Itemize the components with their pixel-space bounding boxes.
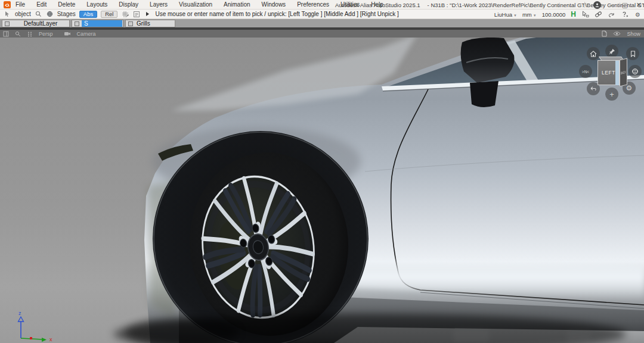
layer-label: DefaultLayer xyxy=(12,20,69,27)
menu-edit[interactable]: Edit xyxy=(36,1,47,8)
account-avatar[interactable] xyxy=(593,1,601,9)
minimize-button[interactable]: – xyxy=(609,1,613,8)
viewcube-cluster: >N< + ⚙ BACK LEFT xyxy=(577,43,644,104)
view-name-label[interactable]: Persp xyxy=(39,31,53,37)
viewcube-edge-highlight xyxy=(615,61,619,85)
title-bar: File Edit Delete Layouts Display Layers … xyxy=(0,0,644,10)
rel-toggle[interactable]: Rel xyxy=(101,11,117,18)
layer-checkbox[interactable] xyxy=(75,21,79,26)
prompt-text: Use mouse or enter name of item to pick … xyxy=(155,11,398,17)
layer-label-selected: S xyxy=(82,20,122,27)
abs-toggle[interactable]: Abs xyxy=(79,11,97,18)
ortho-globe-icon[interactable] xyxy=(628,65,642,78)
alias-logo-icon[interactable] xyxy=(4,1,11,8)
construction-grid-icon[interactable] xyxy=(121,10,129,18)
layer-checkbox[interactable] xyxy=(5,21,10,26)
viewport-header-right: Show xyxy=(602,30,640,38)
menu-windows[interactable]: Windows xyxy=(262,1,286,8)
mirror-stalk xyxy=(470,81,499,107)
chevron-down-icon: ▼ xyxy=(533,14,537,17)
layer-label: Grills xyxy=(135,20,150,27)
show-menu-button[interactable]: Show xyxy=(627,31,640,37)
menu-preferences[interactable]: Preferences xyxy=(297,1,329,8)
gear-icon[interactable]: ⚙ xyxy=(634,11,642,18)
pin-view-icon[interactable] xyxy=(605,45,618,58)
axis-z-label: z xyxy=(18,310,21,316)
layer-tab-s[interactable]: S xyxy=(72,20,123,27)
window-controls: – ▢ ✕ xyxy=(584,0,642,10)
stages-label[interactable]: Stages xyxy=(57,11,76,17)
close-button[interactable]: ✕ xyxy=(636,1,642,9)
viewport-header: Persp Camera Show xyxy=(0,30,644,38)
history-indicator[interactable]: H xyxy=(571,10,576,18)
layer-tab-grills[interactable]: Grills xyxy=(125,20,175,27)
menu-file[interactable]: File xyxy=(16,1,25,8)
front-wheel xyxy=(153,131,369,343)
viewport-zoom-icon[interactable] xyxy=(15,31,21,37)
menu-visualization[interactable]: Visualization xyxy=(179,1,212,8)
units-dropdown[interactable]: mm▼ xyxy=(522,11,537,18)
menu-layouts[interactable]: Layouts xyxy=(86,1,107,8)
zoom-plus-icon[interactable]: + xyxy=(605,88,618,101)
pick-mode-label[interactable]: object xyxy=(15,11,31,17)
query-arrow-icon[interactable] xyxy=(621,11,628,18)
camera-label[interactable]: Camera xyxy=(77,31,96,37)
cursor-pick-icon[interactable] xyxy=(581,11,589,18)
menu-delete[interactable]: Delete xyxy=(58,1,75,8)
stages-globe-icon[interactable] xyxy=(46,10,54,18)
home-view-icon[interactable] xyxy=(587,47,600,60)
search-icon[interactable] xyxy=(35,10,42,18)
eye-icon[interactable] xyxy=(613,31,621,36)
bookmark-icon[interactable] xyxy=(626,47,639,60)
menu-display[interactable]: Display xyxy=(119,1,138,8)
prompt-toolbar: object Stages Abs Rel Use mouse or enter… xyxy=(0,10,644,19)
user-dropdown[interactable]: LiuHua▼ xyxy=(494,11,517,18)
promptline-list-icon[interactable] xyxy=(132,10,140,18)
menu-layers[interactable]: Layers xyxy=(150,1,168,8)
app-title: Autodesk Alias AutoStudio 2025.1 xyxy=(335,2,420,8)
viewport-pane-icon[interactable] xyxy=(3,31,9,37)
prompt-expand-icon[interactable] xyxy=(144,10,151,18)
layer-tab-defaultlayer[interactable]: DefaultLayer xyxy=(2,20,70,27)
viewport-canvas[interactable]: z x xyxy=(0,38,644,343)
unlink-arrows-icon[interactable] xyxy=(608,11,615,18)
layer-checkbox[interactable] xyxy=(128,21,133,26)
titlebar-separator xyxy=(584,2,585,8)
page-icon[interactable] xyxy=(602,30,607,37)
compass-north-icon[interactable]: >N< xyxy=(579,65,592,78)
chevron-down-icon: ▼ xyxy=(513,14,517,17)
menu-animation[interactable]: Animation xyxy=(224,1,250,8)
maximize-button[interactable]: ▢ xyxy=(621,1,627,9)
camera-icon[interactable] xyxy=(64,31,71,36)
menu-bar: File Edit Delete Layouts Display Layers … xyxy=(16,1,383,8)
axis-x-label: x xyxy=(49,336,52,342)
link-icon[interactable] xyxy=(595,11,602,18)
viewcube-right-face[interactable]: BACK xyxy=(620,58,627,87)
scale-value[interactable]: 100.0000 xyxy=(542,11,566,18)
viewport-grid-dots-icon[interactable] xyxy=(27,31,33,37)
app-window: File Edit Delete Layouts Display Layers … xyxy=(0,0,644,343)
layer-bar: DefaultLayer S Grills xyxy=(0,19,644,30)
pick-tool-icon[interactable] xyxy=(4,10,11,18)
toolbar-right-cluster: LiuHua▼ mm▼ 100.0000 H ⚙ xyxy=(494,10,642,19)
